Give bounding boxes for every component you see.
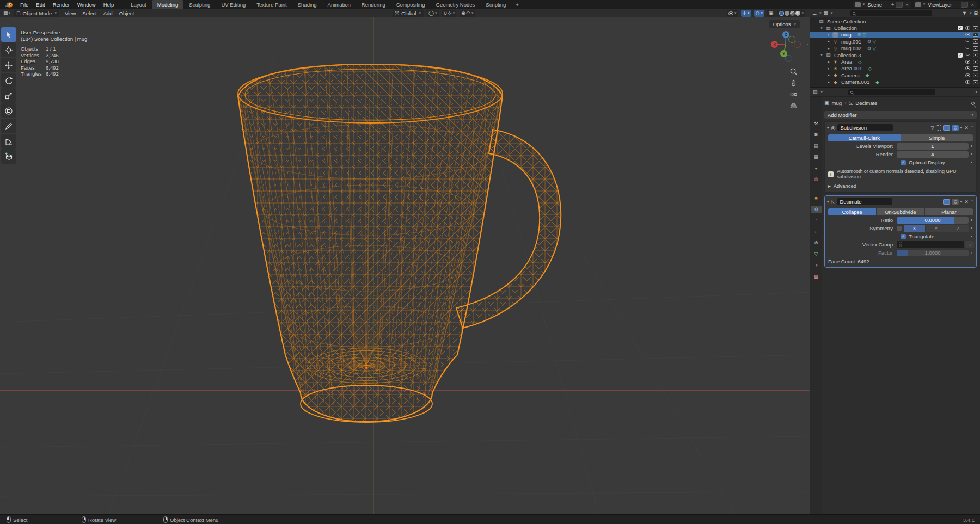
new-collection-icon[interactable]: ⊞: [973, 10, 978, 17]
levels-viewport-field[interactable]: 1: [897, 143, 969, 150]
render-display-icon[interactable]: [952, 125, 959, 131]
copy-viewlayer-icon[interactable]: [961, 2, 968, 8]
solid-shading-icon[interactable]: [785, 11, 789, 16]
mode-dropdown[interactable]: ◻ Object Mode ▾: [14, 10, 59, 17]
tool-annotate[interactable]: [1, 119, 16, 133]
outliner-search-input[interactable]: [850, 10, 932, 16]
outliner-row-collection-3[interactable]: ▾▤Collection 3✓: [810, 52, 980, 58]
outliner-row-mug.001[interactable]: ▸▽mug.001⚙▽: [810, 38, 980, 45]
realtime-display-icon[interactable]: [943, 199, 950, 205]
properties-tab-data[interactable]: ▽: [810, 250, 822, 257]
workspace-tab-sculpting[interactable]: Sculpting: [183, 0, 216, 9]
drag-handle-icon[interactable]: ∷: [971, 125, 974, 130]
properties-tab-texture[interactable]: ▩: [810, 273, 822, 280]
remove-modifier-icon[interactable]: ✕: [964, 199, 969, 205]
invert-vertex-group-button[interactable]: ↔: [965, 241, 974, 248]
planar-button[interactable]: Planar: [925, 208, 973, 215]
modifier-name-field[interactable]: Subdivision: [837, 124, 893, 131]
workspace-tab-geometry-nodes[interactable]: Geometry Nodes: [431, 0, 481, 9]
menu-edit[interactable]: Edit: [32, 2, 48, 8]
properties-tab-modifiers[interactable]: ⚙: [811, 206, 822, 213]
xray-toggle[interactable]: ▣: [767, 10, 775, 17]
camera-visibility-icon[interactable]: [973, 66, 978, 71]
pin-icon[interactable]: [971, 102, 975, 105]
workspace-tab-layout[interactable]: Layout: [125, 0, 152, 9]
viewport-menu-view[interactable]: View: [62, 10, 79, 16]
animate-dot-icon[interactable]: [969, 227, 974, 229]
camera-visibility-icon[interactable]: [973, 53, 978, 57]
drag-handle-icon[interactable]: ∷: [971, 199, 974, 204]
menu-help[interactable]: Help: [100, 2, 118, 8]
camera-visibility-icon[interactable]: [973, 80, 978, 84]
snap-controls[interactable]: ∪⊹▾: [442, 10, 457, 17]
tool-rotate[interactable]: [1, 73, 16, 88]
eye-open-icon[interactable]: [965, 73, 970, 77]
simple-button[interactable]: Simple: [901, 134, 973, 141]
editor-type-icon[interactable]: ▦: [3, 10, 8, 17]
eye-closed-icon[interactable]: [965, 53, 970, 56]
outliner-row-area.001[interactable]: ▸☀Area.001◇: [810, 65, 980, 72]
outliner-row-mug.002[interactable]: ▸▽mug.002⚙▽: [810, 45, 980, 52]
animate-dot-icon[interactable]: [969, 145, 974, 147]
on-cage-icon[interactable]: [936, 125, 941, 131]
collapse-panel-icon[interactable]: ▾: [827, 126, 829, 130]
expand-arrow-icon[interactable]: ▸: [826, 66, 831, 71]
properties-tab-object[interactable]: ■: [810, 195, 822, 202]
workspace-tab-shading[interactable]: Shading: [292, 0, 322, 9]
properties-tab-world[interactable]: ◍: [810, 176, 822, 183]
wireframe-shading-icon[interactable]: [779, 11, 784, 16]
render-display-icon[interactable]: [952, 199, 959, 205]
add-modifier-button[interactable]: Add Modifier ▾: [824, 111, 977, 119]
animate-dot-icon[interactable]: [969, 236, 974, 237]
viewport-menu-select[interactable]: Select: [79, 10, 100, 16]
remove-modifier-icon[interactable]: ✕: [964, 125, 969, 131]
menu-render[interactable]: Render: [49, 2, 74, 8]
outliner-row-camera[interactable]: ▸◆Camera◆: [810, 72, 980, 78]
expand-arrow-icon[interactable]: ▾: [819, 26, 824, 30]
animate-dot-icon[interactable]: [969, 153, 974, 155]
camera-visibility-icon[interactable]: [973, 46, 978, 51]
eye-closed-icon[interactable]: [965, 39, 970, 42]
expand-arrow-icon[interactable]: ▾: [819, 53, 824, 57]
tool-select-box[interactable]: [1, 27, 16, 42]
properties-search-input[interactable]: [848, 89, 935, 95]
viewport-menu-add[interactable]: Add: [100, 10, 116, 16]
collapse-button[interactable]: Collapse: [828, 208, 876, 215]
extras-menu-icon[interactable]: ▾: [960, 126, 963, 130]
breadcrumb-object[interactable]: mug: [832, 100, 842, 106]
tool-cursor[interactable]: [1, 42, 16, 57]
add-workspace-button[interactable]: +: [511, 1, 523, 9]
workspace-tab-compositing[interactable]: Compositing: [391, 0, 431, 9]
optimal-display-checkbox[interactable]: ✓: [901, 160, 906, 165]
shading-mode-buttons[interactable]: ▾: [777, 10, 805, 17]
collapse-panel-icon[interactable]: ▾: [827, 200, 829, 204]
properties-tab-physics[interactable]: ◌: [810, 228, 822, 235]
expand-arrow-icon[interactable]: ▸: [826, 33, 831, 37]
axis-y-button[interactable]: Y: [926, 225, 947, 232]
workspace-tab-modeling[interactable]: Modeling: [152, 0, 184, 9]
outliner-filter-icon[interactable]: ▦: [824, 10, 829, 17]
object-visibility-dropdown[interactable]: ▾: [727, 10, 738, 17]
properties-tab-view-layer[interactable]: ▦: [810, 153, 822, 161]
eye-open-icon[interactable]: [965, 33, 970, 36]
properties-tab-constraints[interactable]: ⊗: [810, 239, 822, 246]
ratio-slider[interactable]: 0.8000: [897, 217, 969, 224]
blender-logo-icon[interactable]: [4, 1, 13, 8]
remove-viewlayer-icon[interactable]: ×: [970, 2, 975, 8]
outliner-row-scene-collection[interactable]: ▤Scene Collection: [810, 18, 980, 24]
expand-arrow-icon[interactable]: ▸: [826, 80, 831, 84]
toggle-grid-icon[interactable]: [789, 102, 798, 110]
workspace-tab-scripting[interactable]: Scripting: [480, 0, 511, 9]
filter-funnel-icon[interactable]: ▼: [962, 10, 967, 17]
decimate-panel-header[interactable]: ▾ ◺ Decimate ▾ ✕ ∷: [827, 198, 974, 206]
tool-scale[interactable]: [1, 88, 16, 103]
eye-open-icon[interactable]: [965, 80, 970, 84]
pin-icon[interactable]: ⌖: [891, 1, 894, 8]
rendered-shading-icon[interactable]: [795, 11, 800, 16]
axis-x-button[interactable]: X: [904, 225, 925, 232]
outliner-row-camera.001[interactable]: ▸◆Camera.001◆: [810, 79, 980, 85]
properties-tab-material[interactable]: ◑: [810, 262, 822, 269]
tool-move[interactable]: [1, 58, 16, 72]
chevron-down-icon[interactable]: ▾: [975, 90, 977, 94]
axis-negative-ball[interactable]: [785, 55, 792, 62]
